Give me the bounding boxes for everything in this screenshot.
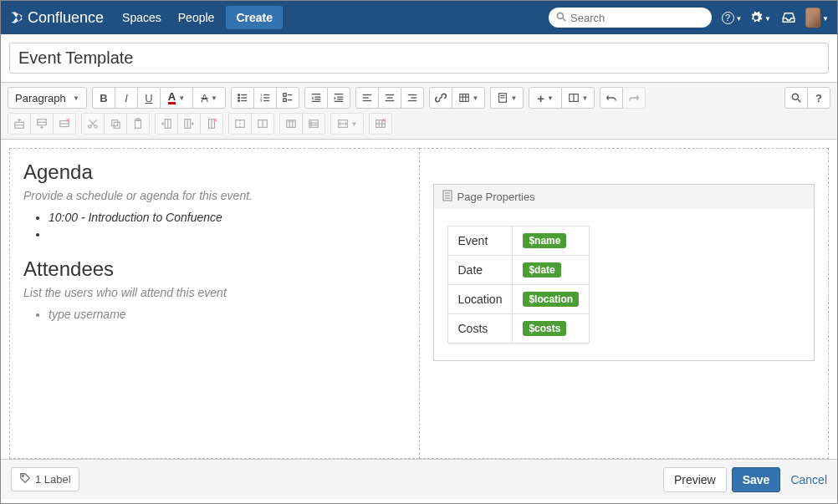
- editor-toolbar: Paragraph▼ B I U A▼ A▼ 123 ▼ ▼: [1, 82, 837, 140]
- merge-cells-button[interactable]: [228, 113, 252, 135]
- row-header-button[interactable]: [279, 113, 303, 135]
- table-responsive-button[interactable]: ▼: [330, 113, 364, 135]
- avatar: [805, 8, 820, 28]
- properties-table[interactable]: Event$name Date$date Location$location C…: [447, 226, 590, 344]
- variable-placeholder[interactable]: $costs: [523, 321, 566, 336]
- layout-column-left[interactable]: Agenda Provide a schedule or agenda for …: [9, 148, 419, 459]
- col-delete-button[interactable]: [200, 113, 223, 135]
- gear-icon: [749, 11, 763, 24]
- prop-label[interactable]: Location: [447, 285, 513, 314]
- attendees-item[interactable]: type username: [49, 308, 406, 321]
- page-properties-icon: [442, 190, 452, 204]
- preview-button[interactable]: Preview: [663, 467, 727, 492]
- svg-marker-27: [335, 96, 336, 99]
- settings-menu[interactable]: ▼: [749, 6, 772, 29]
- tag-icon: [19, 472, 31, 486]
- row-insert-above-button[interactable]: [8, 113, 31, 135]
- page-layout-button[interactable]: ▼: [561, 87, 595, 109]
- prop-label[interactable]: Costs: [447, 314, 513, 344]
- svg-point-2: [238, 94, 240, 96]
- svg-point-4: [238, 97, 240, 99]
- prop-label[interactable]: Event: [447, 227, 513, 256]
- split-cells-button[interactable]: [251, 113, 274, 135]
- labels-count: 1 Label: [35, 473, 71, 486]
- agenda-item[interactable]: 10:00 - Introduction to Confuence: [49, 211, 406, 224]
- cut-row-button[interactable]: [81, 113, 105, 135]
- cancel-link[interactable]: Cancel: [790, 473, 827, 486]
- bold-button[interactable]: B: [92, 87, 115, 109]
- variable-placeholder[interactable]: $location: [523, 292, 579, 307]
- nav-links: Spaces People Create: [114, 6, 283, 29]
- copy-row-button[interactable]: [104, 113, 127, 135]
- svg-rect-85: [287, 120, 296, 123]
- table-row: Date$date: [447, 256, 590, 285]
- paste-row-button[interactable]: [126, 113, 150, 135]
- task-list-button[interactable]: [276, 87, 299, 109]
- svg-rect-16: [284, 99, 287, 102]
- help-menu[interactable]: ?▼: [720, 6, 743, 29]
- search-box[interactable]: [549, 8, 712, 28]
- indent-button[interactable]: [327, 87, 350, 109]
- create-button[interactable]: Create: [226, 6, 283, 29]
- svg-point-104: [23, 476, 24, 477]
- help-button[interactable]: ?: [807, 87, 830, 109]
- insert-more-button[interactable]: +▼: [529, 87, 562, 109]
- format-select[interactable]: Paragraph▼: [8, 87, 87, 109]
- editor-footer: 1 Label Preview Save Cancel: [1, 459, 837, 499]
- notifications-button[interactable]: [777, 6, 800, 29]
- svg-rect-65: [114, 122, 120, 128]
- align-center-button[interactable]: [378, 87, 401, 109]
- profile-menu[interactable]: ▼: [805, 6, 829, 29]
- row-insert-below-button[interactable]: [30, 113, 54, 135]
- svg-rect-14: [284, 94, 287, 97]
- align-right-button[interactable]: [401, 87, 424, 109]
- delete-table-button[interactable]: [369, 113, 392, 135]
- agenda-item-empty[interactable]: [49, 227, 406, 241]
- italic-button[interactable]: I: [115, 87, 138, 109]
- top-nav: Confluence Spaces People Create ?▼ ▼ ▼: [1, 1, 837, 34]
- text-color-button[interactable]: A▼: [160, 87, 193, 109]
- col-insert-left-button[interactable]: [155, 113, 178, 135]
- page-properties-title: Page Properties: [457, 191, 535, 203]
- undo-button[interactable]: [600, 87, 623, 109]
- nav-spaces[interactable]: Spaces: [114, 6, 170, 29]
- col-insert-right-button[interactable]: [177, 113, 201, 135]
- svg-line-1: [563, 18, 566, 21]
- layout-column-right[interactable]: Page Properties Event$name Date$date Loc…: [419, 148, 830, 459]
- svg-point-46: [792, 94, 798, 99]
- title-row: [1, 34, 837, 82]
- svg-marker-22: [312, 96, 314, 99]
- underline-button[interactable]: U: [137, 87, 161, 109]
- search-input[interactable]: [570, 12, 705, 24]
- table-row: Location$location: [447, 285, 590, 314]
- page-properties-macro[interactable]: Page Properties Event$name Date$date Loc…: [433, 184, 815, 361]
- row-delete-button[interactable]: [53, 113, 76, 135]
- variable-placeholder[interactable]: $name: [523, 233, 566, 248]
- search-icon: [555, 11, 567, 25]
- col-header-button[interactable]: [302, 113, 325, 135]
- bullet-list-button[interactable]: [231, 87, 254, 109]
- agenda-list[interactable]: 10:00 - Introduction to Confuence: [49, 211, 406, 241]
- redo-button[interactable]: [622, 87, 646, 109]
- number-list-button[interactable]: 123: [253, 87, 277, 109]
- attendees-list[interactable]: type username: [49, 308, 406, 321]
- save-button[interactable]: Save: [732, 467, 781, 492]
- editor-body[interactable]: Agenda Provide a schedule or agenda for …: [1, 140, 837, 459]
- clear-format-button[interactable]: A▼: [192, 87, 226, 109]
- page-title-input[interactable]: [9, 43, 829, 74]
- find-replace-button[interactable]: [784, 87, 808, 109]
- align-left-button[interactable]: [355, 87, 379, 109]
- confluence-icon: [9, 10, 24, 25]
- outdent-button[interactable]: [304, 87, 328, 109]
- table-button[interactable]: ▼: [452, 87, 485, 109]
- link-button[interactable]: [429, 87, 452, 109]
- variable-placeholder[interactable]: $date: [523, 262, 560, 277]
- labels-button[interactable]: 1 Label: [11, 467, 79, 491]
- product-logo[interactable]: Confluence: [9, 9, 114, 27]
- insert-files-button[interactable]: ▼: [490, 87, 524, 109]
- prop-label[interactable]: Date: [447, 256, 513, 285]
- agenda-heading: Agenda: [23, 160, 406, 184]
- nav-people[interactable]: People: [170, 6, 223, 29]
- inbox-icon: [781, 10, 796, 25]
- svg-text:3: 3: [260, 99, 263, 103]
